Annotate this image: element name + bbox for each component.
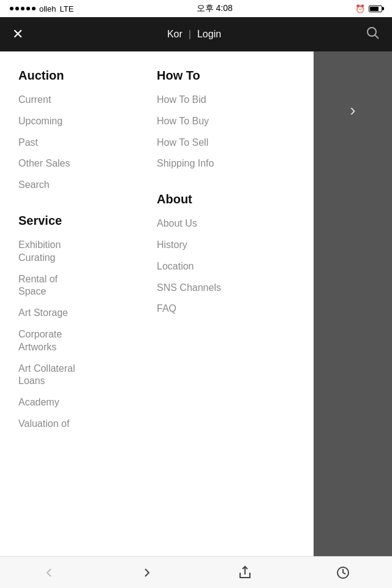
menu-item-search[interactable]: Search xyxy=(18,179,157,192)
service-title: Service xyxy=(18,214,157,228)
menu-item-how-to-sell[interactable]: How To Sell xyxy=(157,137,295,149)
menu-col-left: Auction Current Upcoming Past Other Sale… xyxy=(18,69,157,453)
menu-item-how-to-buy[interactable]: How To Buy xyxy=(157,115,295,128)
close-button[interactable]: ✕ xyxy=(12,28,23,41)
svg-line-1 xyxy=(375,36,379,39)
battery-icon xyxy=(369,6,382,12)
menu-item-rental-of-space[interactable]: Rental ofSpace xyxy=(18,273,157,299)
menu-item-location[interactable]: Location xyxy=(157,260,295,273)
time-label: 오후 4:08 xyxy=(197,3,233,14)
menu-columns: Auction Current Upcoming Past Other Sale… xyxy=(0,69,314,453)
bottom-bar xyxy=(0,556,392,588)
search-icon[interactable] xyxy=(365,25,380,43)
history-button[interactable] xyxy=(325,560,361,585)
section-howto: How To How To Bid How To Buy How To Sell… xyxy=(157,69,295,170)
chevron-right-icon[interactable]: › xyxy=(350,100,355,120)
menu-item-past[interactable]: Past xyxy=(18,137,157,149)
section-auction: Auction Current Upcoming Past Other Sale… xyxy=(18,69,157,192)
howto-title: How To xyxy=(157,69,295,83)
svg-point-0 xyxy=(368,28,376,36)
share-button[interactable] xyxy=(227,560,263,585)
menu-item-academy[interactable]: Academy xyxy=(18,396,157,409)
alarm-icon: ⏰ xyxy=(355,4,365,13)
menu-item-exhibition-curating[interactable]: ExhibitionCurating xyxy=(18,239,157,265)
network-label: LTE xyxy=(59,4,74,13)
menu-item-corporate-artworks[interactable]: CorporateArtworks xyxy=(18,328,157,354)
menu-item-faq[interactable]: FAQ xyxy=(157,303,295,315)
carrier-label: olleh xyxy=(39,4,56,13)
menu-item-about-us[interactable]: About Us xyxy=(157,217,295,230)
forward-button[interactable] xyxy=(129,560,165,585)
menu-item-valuation-of[interactable]: Valuation of xyxy=(18,418,157,431)
about-title: About xyxy=(157,192,295,206)
menu-col-right: How To How To Bid How To Buy How To Sell… xyxy=(157,69,295,453)
menu-item-shipping-info[interactable]: Shipping Info xyxy=(157,157,295,170)
menu-item-how-to-bid[interactable]: How To Bid xyxy=(157,94,295,107)
section-about: About About Us History Location SNS Chan… xyxy=(157,192,295,315)
auction-title: Auction xyxy=(18,69,157,83)
back-button[interactable] xyxy=(31,560,67,585)
status-right: ⏰ xyxy=(355,4,382,13)
signal-dots xyxy=(10,7,36,10)
menu-item-sns-channels[interactable]: SNS Channels xyxy=(157,282,295,295)
menu-item-other-sales[interactable]: Other Sales xyxy=(18,157,157,170)
menu-item-art-storage[interactable]: Art Storage xyxy=(18,307,157,320)
menu-item-art-collateral-loans[interactable]: Art CollateralLoans xyxy=(18,363,157,388)
nav-divider: | xyxy=(189,29,191,40)
menu-area: Auction Current Upcoming Past Other Sale… xyxy=(0,51,392,556)
section-service: Service ExhibitionCurating Rental ofSpac… xyxy=(18,214,157,431)
nav-bar: ✕ Kor | Login xyxy=(0,17,392,51)
menu-item-upcoming[interactable]: Upcoming xyxy=(18,115,157,128)
login-label[interactable]: Login xyxy=(197,29,221,40)
lang-label[interactable]: Kor xyxy=(167,29,183,40)
status-left: olleh LTE xyxy=(10,4,74,13)
side-panel: › xyxy=(314,51,392,556)
menu-item-current[interactable]: Current xyxy=(18,94,157,107)
menu-item-history[interactable]: History xyxy=(157,239,295,252)
nav-lang-login: Kor | Login xyxy=(167,29,221,40)
menu-panel[interactable]: Auction Current Upcoming Past Other Sale… xyxy=(0,51,314,556)
status-bar: olleh LTE 오후 4:08 ⏰ xyxy=(0,0,392,17)
